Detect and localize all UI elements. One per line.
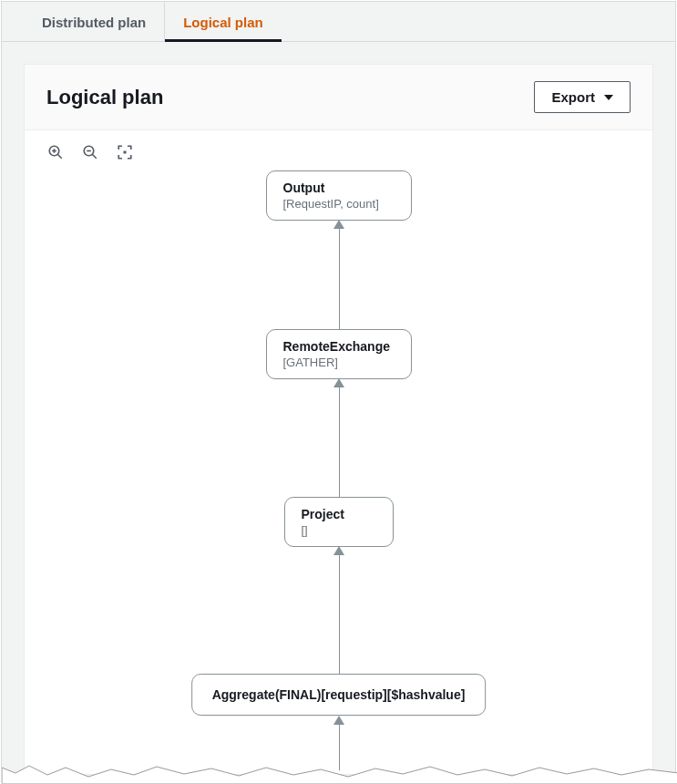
svg-line-5 bbox=[92, 154, 97, 159]
arrow-line bbox=[339, 555, 340, 674]
node-output-sub: [RequestIP, count] bbox=[283, 197, 395, 211]
arrow-head-icon bbox=[333, 378, 344, 387]
arrow-line bbox=[339, 725, 340, 770]
diagram-canvas[interactable]: Output [RequestIP, count] RemoteExchange… bbox=[25, 163, 652, 774]
node-remote-exchange[interactable]: RemoteExchange [GATHER] bbox=[266, 329, 412, 379]
node-output[interactable]: Output [RequestIP, count] bbox=[266, 170, 412, 221]
node-output-title: Output bbox=[283, 181, 395, 195]
node-aggregate[interactable]: Aggregate(FINAL)[requestip][$hashvalue] bbox=[191, 674, 487, 716]
arrow-head-icon bbox=[333, 220, 344, 229]
tab-logical-plan[interactable]: Logical plan bbox=[165, 2, 282, 41]
node-project-title: Project bbox=[302, 507, 376, 521]
zoom-out-icon[interactable] bbox=[81, 143, 99, 161]
toolbar bbox=[25, 130, 652, 163]
panel: Logical plan Export bbox=[24, 64, 653, 775]
page-title: Logical plan bbox=[46, 86, 163, 109]
arrow-line bbox=[339, 387, 340, 497]
node-remote-title: RemoteExchange bbox=[283, 339, 395, 354]
zoom-in-icon[interactable] bbox=[46, 143, 65, 161]
export-button[interactable]: Export bbox=[534, 81, 631, 113]
svg-line-1 bbox=[57, 154, 62, 159]
tab-distributed-plan[interactable]: Distributed plan bbox=[24, 2, 165, 41]
arrow-line bbox=[339, 229, 340, 329]
fit-screen-icon[interactable] bbox=[116, 143, 134, 161]
node-aggregate-title: Aggregate(FINAL)[requestip][$hashvalue] bbox=[212, 687, 466, 702]
panel-header: Logical plan Export bbox=[25, 65, 652, 130]
node-remote-sub: [GATHER] bbox=[283, 356, 395, 369]
export-button-label: Export bbox=[551, 89, 595, 105]
svg-rect-7 bbox=[124, 151, 127, 154]
arrow-head-icon bbox=[333, 546, 344, 555]
tabs: Distributed plan Logical plan bbox=[2, 2, 675, 42]
node-project[interactable]: Project [] bbox=[284, 497, 394, 547]
arrow-head-icon bbox=[333, 716, 344, 725]
caret-down-icon bbox=[604, 95, 613, 100]
node-project-sub: [] bbox=[302, 523, 376, 537]
